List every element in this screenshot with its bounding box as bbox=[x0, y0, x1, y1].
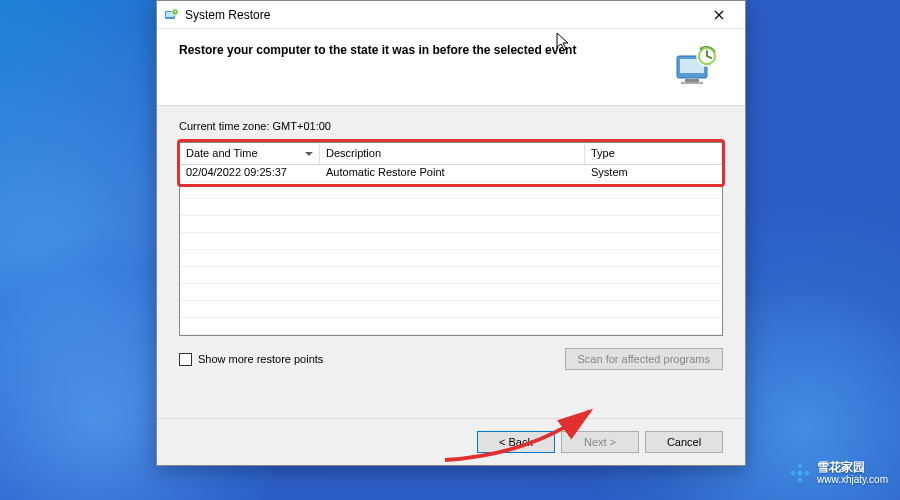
lower-controls: Show more restore points Scan for affect… bbox=[179, 348, 723, 370]
svg-rect-11 bbox=[797, 477, 803, 483]
wizard-body: Current time zone: GMT+01:00 Date and Ti… bbox=[157, 106, 745, 418]
back-button[interactable]: < Back bbox=[477, 431, 555, 453]
timezone-label: Current time zone: GMT+01:00 bbox=[179, 120, 723, 132]
table-row-empty bbox=[180, 267, 722, 284]
next-button[interactable]: Next > bbox=[561, 431, 639, 453]
watermark-brand: 雪花家园 bbox=[817, 460, 888, 474]
watermark-logo-icon bbox=[789, 462, 811, 484]
table-row-empty bbox=[180, 182, 722, 199]
table-row-empty bbox=[180, 199, 722, 216]
close-button[interactable] bbox=[699, 1, 739, 29]
table-row[interactable]: 02/04/2022 09:25:37 Automatic Restore Po… bbox=[180, 165, 722, 182]
watermark-url: www.xhjaty.com bbox=[817, 474, 888, 486]
svg-rect-13 bbox=[804, 470, 810, 476]
restore-graphic-icon bbox=[669, 41, 723, 87]
scan-programs-button[interactable]: Scan for affected programs bbox=[565, 348, 723, 370]
wizard-header: Restore your computer to the state it wa… bbox=[157, 29, 745, 106]
watermark: 雪花家园 www.xhjaty.com bbox=[789, 460, 888, 486]
table-row-empty bbox=[180, 250, 722, 267]
column-description[interactable]: Description bbox=[320, 143, 585, 164]
window-title: System Restore bbox=[185, 8, 699, 22]
cancel-button[interactable]: Cancel bbox=[645, 431, 723, 453]
svg-rect-10 bbox=[797, 463, 803, 469]
header-text: Restore your computer to the state it wa… bbox=[179, 41, 657, 57]
table-row-empty bbox=[180, 318, 722, 335]
svg-rect-6 bbox=[681, 82, 703, 84]
system-restore-window: System Restore Restore your computer to … bbox=[156, 0, 746, 466]
table-row-empty bbox=[180, 216, 722, 233]
table-row-empty bbox=[180, 233, 722, 250]
app-icon bbox=[163, 7, 179, 23]
table-row-empty bbox=[180, 301, 722, 318]
restore-points-table[interactable]: Date and Time Description Type 02/04/202… bbox=[179, 142, 723, 336]
wizard-footer: < Back Next > Cancel bbox=[157, 418, 745, 465]
titlebar: System Restore bbox=[157, 1, 745, 29]
cell-datetime: 02/04/2022 09:25:37 bbox=[180, 165, 320, 181]
table-row-empty bbox=[180, 284, 722, 301]
column-datetime[interactable]: Date and Time bbox=[180, 143, 320, 164]
svg-rect-12 bbox=[790, 470, 796, 476]
column-type[interactable]: Type bbox=[585, 143, 722, 164]
svg-rect-14 bbox=[797, 469, 804, 476]
show-more-checkbox[interactable]: Show more restore points bbox=[179, 353, 557, 366]
cell-type: System bbox=[585, 165, 722, 181]
table-header: Date and Time Description Type bbox=[180, 143, 722, 165]
cell-description: Automatic Restore Point bbox=[320, 165, 585, 181]
checkbox-box[interactable] bbox=[179, 353, 192, 366]
svg-rect-5 bbox=[685, 79, 699, 82]
checkbox-label: Show more restore points bbox=[198, 353, 323, 365]
